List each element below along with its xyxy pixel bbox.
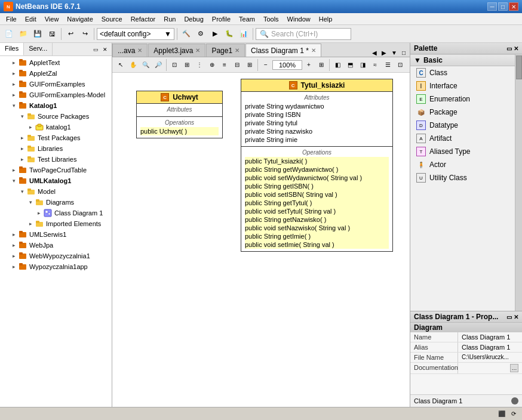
tree-toggle-guiformexamples-model[interactable]: ▸	[10, 91, 18, 99]
d3[interactable]: ◧	[331, 59, 343, 71]
menu-profile[interactable]: Profile	[208, 14, 234, 24]
tree-item-appletzal[interactable]: ▸AppletZal	[0, 68, 112, 79]
d4[interactable]: ⬒	[344, 59, 356, 71]
zoom-in-tool[interactable]: 🔍	[140, 59, 152, 71]
tree-item-umlserwis1[interactable]: ▸UMLSerwis1	[0, 229, 112, 240]
close-button[interactable]: ✕	[509, 2, 518, 11]
tab-nav-left[interactable]: ◀	[370, 49, 379, 57]
tree-toggle-katalog1[interactable]: ▾	[10, 101, 18, 110]
d5[interactable]: ◨	[357, 59, 369, 71]
tab-class-diagram-1[interactable]: Class Diagram 1 * ✕	[245, 44, 321, 57]
props-documentation-btn[interactable]: …	[510, 364, 518, 372]
config-selector[interactable]: <default config> ▼	[97, 28, 174, 40]
align-button[interactable]: ≡	[219, 59, 231, 71]
tree-toggle-diagrams[interactable]: ▾	[26, 198, 35, 206]
undo-button[interactable]: ↩	[64, 27, 77, 41]
palette-item-enumeration[interactable]: E Enumeration	[410, 92, 515, 106]
tree-item-umlkatalog1[interactable]: ▾UMLKatalog1	[0, 175, 112, 186]
d1[interactable]: ⊟	[231, 59, 243, 71]
run-button[interactable]: ▶	[208, 27, 222, 41]
pan-tool[interactable]: ✋	[127, 59, 139, 71]
tree-toggle-katalog1-pkg[interactable]: ▸	[26, 123, 35, 131]
tab-ava[interactable]: ...ava ✕	[112, 44, 148, 57]
menu-view[interactable]: View	[41, 14, 63, 24]
palette-scrollbar[interactable]	[515, 54, 522, 311]
tab-applet3java[interactable]: Applet3.java ✕	[148, 44, 205, 57]
zoom-out-btn[interactable]: −	[260, 59, 272, 71]
tree-item-applettext[interactable]: ▸AppletText	[0, 57, 112, 68]
zoom-out-tool[interactable]: 🔎	[152, 59, 164, 71]
maximize-panel-icon[interactable]: ▭	[91, 45, 100, 54]
palette-scrollthumb[interactable]	[516, 55, 522, 79]
tree-toggle-test-packages[interactable]: ▸	[18, 134, 26, 142]
tree-toggle-webwypozyczalnia1[interactable]: ▸	[10, 252, 18, 260]
tab-page1[interactable]: Page1 ✕	[206, 44, 245, 57]
menu-source[interactable]: Source	[98, 14, 126, 24]
tree-toggle-webjpa[interactable]: ▸	[10, 241, 18, 249]
tab-nav-right[interactable]: ▶	[380, 49, 388, 57]
zoom-in-btn[interactable]: +	[303, 59, 315, 71]
palette-item-datatype[interactable]: D Datatype	[410, 119, 515, 132]
snap-button[interactable]: ⊕	[206, 59, 218, 71]
d8[interactable]: ⊡	[394, 59, 406, 71]
d7[interactable]: ☰	[382, 59, 394, 71]
tree-item-test-packages[interactable]: ▸Test Packages	[0, 132, 112, 143]
tab-page1-close[interactable]: ✕	[235, 47, 239, 54]
tree-toggle-wypozyczalnia1app[interactable]: ▸	[10, 262, 18, 271]
save-button[interactable]: 💾	[31, 27, 44, 41]
menu-team[interactable]: Team	[235, 14, 259, 24]
palette-item-actor[interactable]: 🧍 Actor	[410, 158, 515, 171]
tab-nav-down[interactable]: ▼	[389, 49, 399, 57]
palette-item-class[interactable]: C Class	[410, 66, 515, 79]
tree-toggle-appletzal[interactable]: ▸	[10, 69, 18, 78]
palette-item-package[interactable]: 📦 Package	[410, 106, 515, 119]
tree-toggle-guiformexamples[interactable]: ▸	[10, 80, 18, 88]
tree-item-libraries[interactable]: ▸Libraries	[0, 143, 112, 154]
zoom-fit-btn[interactable]: ⊞	[315, 59, 327, 71]
tab-ava-close[interactable]: ✕	[137, 47, 142, 54]
tree-toggle-source-packages[interactable]: ▾	[18, 112, 26, 121]
diagram-canvas[interactable]: C Uchwyt Attributes Operations public Uc…	[112, 73, 410, 407]
tree-item-webjpa[interactable]: ▸WebJpa	[0, 240, 112, 251]
tab-services[interactable]: Serv...	[24, 43, 53, 55]
tree-toggle-applettext[interactable]: ▸	[10, 58, 18, 67]
menu-help[interactable]: Help	[315, 14, 336, 24]
fit-diagram[interactable]: ⊡	[168, 59, 180, 71]
menu-run[interactable]: Run	[160, 14, 179, 24]
tree-toggle-umlserwis1[interactable]: ▸	[10, 230, 18, 239]
statusbar-icon1[interactable]: ⬛	[497, 409, 506, 419]
menu-debug[interactable]: Debug	[180, 14, 207, 24]
tree-item-class-diagram-1[interactable]: ▸Class Diagram 1	[0, 208, 112, 218]
palette-item-interface[interactable]: I Interface	[410, 79, 515, 92]
tab-class-diagram-1-close[interactable]: ✕	[311, 47, 316, 54]
tree-toggle-twopagecrudtable[interactable]: ▸	[10, 166, 18, 174]
tree-item-imported-elements[interactable]: ▸Imported Elements	[0, 218, 112, 229]
palette-item-utility-class[interactable]: U Utility Class	[410, 171, 515, 184]
uml-class-uchwyt[interactable]: C Uchwyt Attributes Operations public Uc…	[136, 91, 223, 138]
d6[interactable]: ≈	[369, 59, 381, 71]
build-button[interactable]: 🔨	[180, 27, 193, 41]
tree-toggle-test-libraries[interactable]: ▸	[18, 155, 26, 163]
tree-item-guiformexamples-model[interactable]: ▸GUIFormExamples-Model	[0, 89, 112, 100]
tree-item-wypozyczalnia1app[interactable]: ▸Wypozyczalnia1app	[0, 261, 112, 272]
tab-window-btn[interactable]: □	[400, 49, 407, 57]
select-tool[interactable]: ↖	[115, 59, 127, 71]
profile-button[interactable]: 📊	[237, 27, 250, 41]
debug-button[interactable]: 🐛	[223, 27, 236, 41]
redo-button[interactable]: ↪	[78, 27, 91, 41]
grid-button[interactable]: ⋮	[194, 59, 205, 71]
menu-tools[interactable]: Tools	[260, 14, 283, 24]
d2[interactable]: ⊞	[244, 59, 256, 71]
tree-item-model[interactable]: ▾Model	[0, 186, 112, 197]
close-panel-icon[interactable]: ✕	[101, 45, 109, 54]
tree-toggle-model[interactable]: ▾	[18, 187, 26, 196]
tree-toggle-class-diagram-1[interactable]: ▸	[35, 209, 43, 217]
maximize-button[interactable]: □	[498, 2, 508, 11]
statusbar-icon2[interactable]: ⟳	[509, 409, 518, 419]
search-box[interactable]: 🔍 Search (Ctrl+I)	[256, 28, 351, 40]
palette-item-artifact[interactable]: A Artifact	[410, 132, 515, 145]
tab-files[interactable]: Files	[0, 43, 24, 55]
tree-item-diagrams[interactable]: ▾Diagrams	[0, 197, 112, 208]
tree-toggle-libraries[interactable]: ▸	[18, 144, 26, 153]
tree-item-katalog1-pkg[interactable]: ▸katalog1	[0, 122, 112, 132]
